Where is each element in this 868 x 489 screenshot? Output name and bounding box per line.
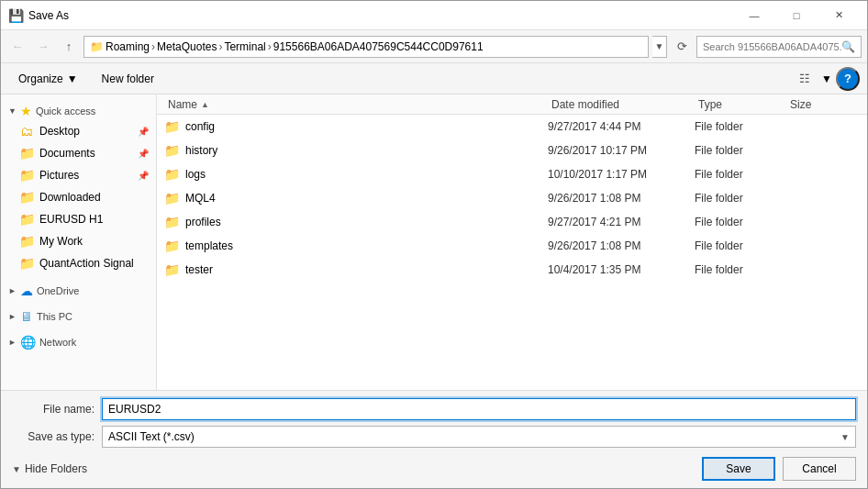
- cancel-button[interactable]: Cancel: [783, 457, 856, 481]
- search-box[interactable]: 🔍: [696, 36, 862, 58]
- thispc-label: This PC: [37, 311, 72, 322]
- address-path[interactable]: 📁 Roaming › MetaQuotes › Terminal › 9155…: [83, 36, 649, 58]
- saveas-select[interactable]: ASCII Text (*.csv) ▼: [102, 426, 856, 448]
- sidebar-item-mywork-label: My Work: [39, 235, 83, 248]
- address-dropdown[interactable]: ▼: [652, 36, 667, 58]
- sidebar-item-pictures[interactable]: 📁 Pictures 📌: [1, 164, 156, 186]
- col-size-header[interactable]: Size: [786, 98, 860, 111]
- quick-access-icon: ★: [20, 104, 32, 118]
- col-date-header[interactable]: Date modified: [548, 98, 695, 111]
- table-row[interactable]: 📁 profiles 9/27/2017 4:21 PM File folder: [157, 210, 867, 234]
- hide-folders-label: Hide Folders: [25, 462, 87, 475]
- file-name-text: profiles: [185, 216, 221, 228]
- onedrive-label: OneDrive: [37, 285, 79, 296]
- sidebar-item-downloaded-label: Downloaded: [39, 191, 101, 204]
- filename-label: File name:: [12, 403, 95, 416]
- filename-row: File name:: [12, 398, 856, 420]
- path-part-id: 915566BA06ADA407569C544CC0D97611: [273, 40, 484, 53]
- sidebar-item-quantaction[interactable]: 📁 QuantAction Signal: [1, 252, 156, 274]
- network-label: Network: [39, 337, 76, 348]
- sidebar-item-downloaded[interactable]: 📁 Downloaded: [1, 186, 156, 208]
- network-section: ► 🌐 Network: [1, 329, 156, 351]
- table-row[interactable]: 📁 history 9/26/2017 10:17 PM File folder: [157, 139, 867, 162]
- file-type-cell: File folder: [695, 144, 786, 157]
- table-row[interactable]: 📁 tester 10/4/2017 1:35 PM File folder: [157, 258, 867, 282]
- quick-access-label: Quick access: [36, 106, 95, 117]
- sidebar-item-desktop-label: Desktop: [39, 125, 80, 138]
- sidebar-item-mywork[interactable]: 📁 My Work: [1, 230, 156, 252]
- onedrive-item[interactable]: ► ☁ OneDrive: [1, 278, 156, 300]
- desktop-icon: 🗂: [19, 124, 34, 139]
- file-date-cell: 9/27/2017 4:21 PM: [548, 216, 695, 228]
- file-name-text: history: [185, 144, 217, 157]
- thispc-section: ► 🖥 This PC: [1, 304, 156, 326]
- sidebar-item-eurusd[interactable]: 📁 EURUSD H1: [1, 208, 156, 230]
- file-name-text: templates: [185, 239, 233, 252]
- window-title: Save As: [28, 9, 733, 22]
- new-folder-label: New folder: [102, 72, 154, 85]
- file-name-cell: 📁 logs: [164, 167, 548, 182]
- path-crumb-3: Terminal: [224, 40, 265, 53]
- file-type-cell: File folder: [695, 263, 786, 276]
- view-dropdown-icon: ▼: [821, 72, 832, 85]
- network-item[interactable]: ► 🌐 Network: [1, 329, 156, 351]
- search-input[interactable]: [703, 41, 841, 52]
- col-size-label: Size: [790, 98, 811, 111]
- minimize-button[interactable]: —: [733, 1, 775, 30]
- col-date-label: Date modified: [551, 98, 619, 111]
- folder-icon: 📁: [164, 215, 180, 229]
- file-type-cell: File folder: [695, 168, 786, 181]
- quick-access-header[interactable]: ▼ ★ Quick access: [1, 98, 156, 120]
- back-button[interactable]: ←: [6, 36, 28, 58]
- path-part-roaming: Roaming: [106, 40, 150, 53]
- saveas-row: Save as type: ASCII Text (*.csv) ▼: [12, 426, 856, 448]
- folder-icon: 📁: [164, 262, 180, 277]
- sidebar-item-documents[interactable]: 📁 Documents 📌: [1, 142, 156, 164]
- save-button[interactable]: Save: [702, 457, 775, 481]
- path-sep-2: ›: [218, 40, 222, 53]
- new-folder-button[interactable]: New folder: [92, 67, 164, 91]
- file-date-cell: 10/4/2017 1:35 PM: [548, 263, 695, 276]
- file-name-text: logs: [185, 168, 206, 181]
- file-type-cell: File folder: [695, 192, 786, 205]
- folder-icon: 📁: [164, 167, 180, 182]
- organize-label: Organize: [18, 72, 63, 85]
- table-row[interactable]: 📁 logs 10/10/2017 1:17 PM File folder: [157, 162, 867, 186]
- organize-button[interactable]: Organize ▼: [8, 67, 88, 91]
- refresh-button[interactable]: ⟳: [671, 36, 693, 58]
- up-button[interactable]: ↑: [58, 36, 80, 58]
- view-toggle-button[interactable]: ☷: [792, 67, 818, 91]
- file-name-cell: 📁 config: [164, 119, 548, 134]
- col-type-header[interactable]: Type: [695, 98, 786, 111]
- filename-input[interactable]: [102, 398, 856, 420]
- file-date-cell: 9/27/2017 4:44 PM: [548, 120, 695, 133]
- col-name-header[interactable]: Name ▲: [164, 98, 548, 111]
- table-row[interactable]: 📁 config 9/27/2017 4:44 PM File folder: [157, 115, 867, 139]
- bottom-area: File name: Save as type: ASCII Text (*.c…: [1, 390, 867, 488]
- main-area: ▼ ★ Quick access 🗂 Desktop 📌 📁 Documents…: [1, 94, 867, 390]
- onedrive-chevron: ►: [8, 286, 17, 295]
- folder-icon: 📁: [164, 119, 180, 134]
- forward-button[interactable]: →: [32, 36, 54, 58]
- hide-folders-button[interactable]: ▼ Hide Folders: [12, 462, 87, 475]
- sidebar-item-quantaction-label: QuantAction Signal: [39, 257, 134, 270]
- table-row[interactable]: 📁 MQL4 9/26/2017 1:08 PM File folder: [157, 186, 867, 210]
- thispc-item[interactable]: ► 🖥 This PC: [1, 304, 156, 326]
- help-button[interactable]: ?: [836, 67, 860, 91]
- file-name-cell: 📁 history: [164, 143, 548, 158]
- path-part-terminal: Terminal: [224, 40, 265, 53]
- documents-icon: 📁: [19, 146, 34, 161]
- maximize-button[interactable]: □: [775, 1, 818, 30]
- file-type-cell: File folder: [695, 239, 786, 252]
- network-chevron: ►: [8, 338, 17, 347]
- sidebar-item-desktop[interactable]: 🗂 Desktop 📌: [1, 120, 156, 142]
- path-sep-3: ›: [268, 40, 272, 53]
- file-name-cell: 📁 tester: [164, 262, 548, 277]
- close-button[interactable]: ✕: [818, 1, 860, 30]
- saveas-value: ASCII Text (*.csv): [108, 430, 195, 443]
- desktop-pin-icon: 📌: [138, 127, 149, 137]
- sidebar: ▼ ★ Quick access 🗂 Desktop 📌 📁 Documents…: [1, 94, 157, 390]
- file-name-text: MQL4: [185, 192, 216, 205]
- table-row[interactable]: 📁 templates 9/26/2017 1:08 PM File folde…: [157, 234, 867, 258]
- documents-pin-icon: 📌: [138, 149, 149, 159]
